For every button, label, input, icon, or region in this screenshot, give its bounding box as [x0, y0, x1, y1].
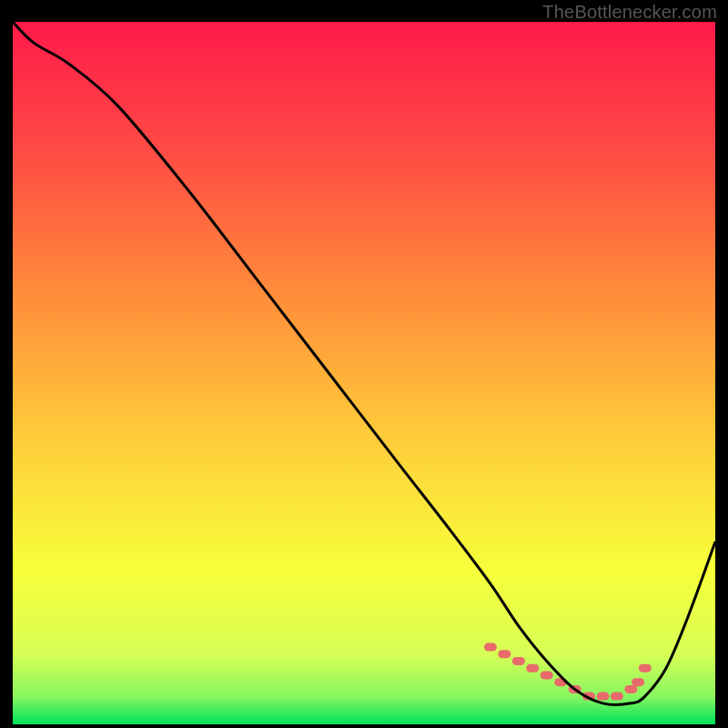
optimal-dot — [611, 693, 623, 701]
optimal-dot — [596, 693, 609, 701]
bottleneck-chart — [13, 22, 715, 724]
chart-frame — [13, 22, 715, 724]
optimal-dot — [624, 685, 637, 693]
optimal-dot — [541, 671, 553, 679]
optimal-dot — [632, 678, 644, 686]
optimal-dot — [512, 657, 525, 665]
optimal-dot — [526, 664, 539, 672]
watermark-text: TheBottlenecker.com — [542, 2, 717, 23]
optimal-dot — [498, 650, 511, 658]
optimal-dot — [484, 643, 497, 652]
gradient-background — [13, 22, 715, 724]
optimal-dot — [639, 664, 652, 672]
